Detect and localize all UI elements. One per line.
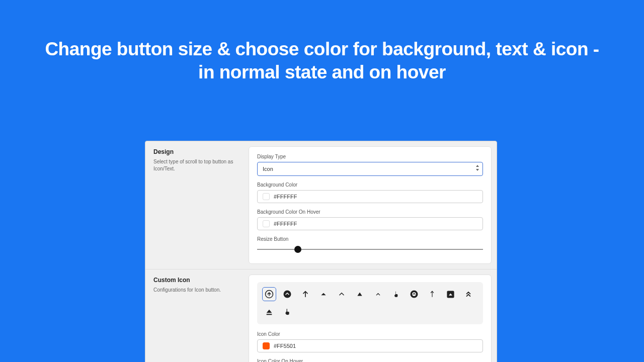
icon-option-ring-chevron-up[interactable]	[407, 287, 421, 301]
select-arrows-icon	[475, 165, 479, 171]
icon-option-triangle-up[interactable]	[353, 287, 367, 301]
design-title: Design	[153, 148, 240, 155]
icon-option-caret-up[interactable]	[316, 287, 331, 301]
icon-grid	[257, 282, 483, 324]
bg-hover-label: Background Color On Hover	[257, 209, 483, 215]
design-section: Design Select type of scroll to top butt…	[145, 141, 497, 269]
display-type-value: Icon	[263, 166, 273, 172]
bg-color-label: Background Color	[257, 182, 483, 188]
icon-option-circle-arrow-up[interactable]	[262, 287, 276, 301]
icon-option-square-caret-up[interactable]	[443, 287, 457, 301]
resize-label: Resize Button	[257, 236, 483, 242]
icon-option-eject-up[interactable]	[262, 305, 276, 319]
hero-title: Change button size & choose color for ba…	[0, 0, 644, 84]
svg-point-1	[284, 291, 291, 298]
icon-option-double-chevron-up[interactable]	[461, 287, 475, 301]
svg-rect-5	[267, 314, 272, 315]
svg-point-3	[412, 292, 416, 296]
display-type-label: Display Type	[257, 154, 483, 159]
bg-color-input[interactable]: #FFFFFF	[257, 190, 483, 203]
icon-option-hand-point-up[interactable]	[389, 287, 403, 301]
bg-hover-swatch	[263, 220, 270, 227]
bg-hover-input[interactable]: #FFFFFF	[257, 217, 483, 230]
settings-panel: Design Select type of scroll to top butt…	[145, 141, 497, 362]
custom-icon-section: Custom Icon Configurations for Icon butt…	[145, 269, 497, 362]
design-desc: Select type of scroll to top button as I…	[153, 158, 240, 172]
bg-color-swatch	[263, 193, 270, 200]
icon-color-label: Icon Color	[257, 331, 483, 337]
icon-hover-label: Icon Color On Hover	[257, 358, 483, 362]
icon-option-filled-circle-up[interactable]	[280, 287, 294, 301]
icon-option-chevron-up[interactable]	[335, 287, 349, 301]
custom-icon-title: Custom Icon	[153, 277, 240, 284]
custom-icon-desc: Configurations for Icon button.	[153, 287, 240, 294]
slider-thumb[interactable]	[294, 246, 301, 253]
display-type-select[interactable]: Icon	[257, 162, 483, 176]
bg-hover-value: #FFFFFF	[274, 221, 297, 227]
bg-color-value: #FFFFFF	[274, 194, 297, 200]
icon-option-small-chevron-up[interactable]	[371, 287, 385, 301]
icon-color-value: #FF5501	[274, 343, 296, 349]
icon-option-arrow-up[interactable]	[298, 287, 312, 301]
icon-color-input[interactable]: #FF5501	[257, 339, 483, 352]
resize-slider[interactable]	[257, 244, 483, 254]
icon-option-hand-pointer-up[interactable]	[280, 305, 294, 319]
icon-color-swatch	[263, 342, 270, 349]
icon-option-thin-arrow-up[interactable]	[425, 287, 439, 301]
